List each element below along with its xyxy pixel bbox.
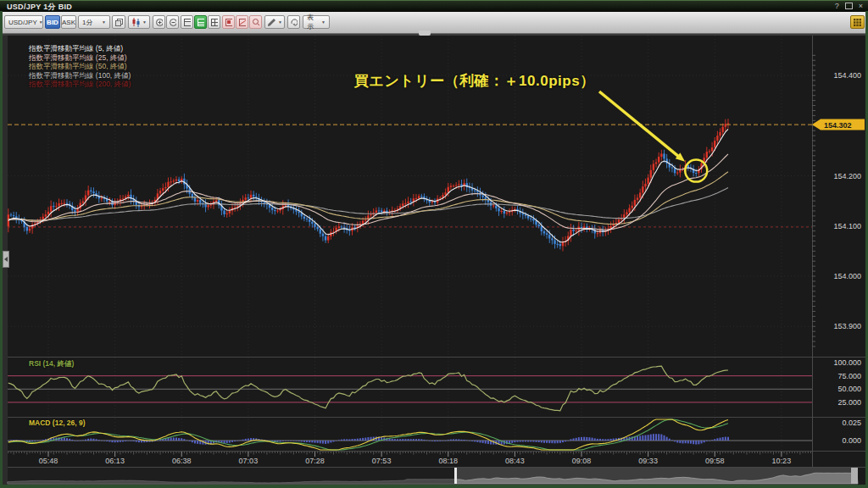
chart-type-select[interactable]: ▼ — [128, 15, 150, 29]
refresh-button[interactable] — [287, 15, 300, 29]
layout-split-button[interactable] — [194, 15, 207, 29]
bid-button[interactable]: BID — [45, 15, 60, 29]
window-border-left — [0, 11, 3, 488]
order-search-icon — [252, 18, 259, 27]
chevron-down-icon: ▼ — [102, 19, 106, 25]
help-button[interactable]: ? — [835, 1, 839, 12]
display-menu-button[interactable]: 表示 ▼ — [303, 15, 330, 29]
interval-select[interactable]: 1分 ▼ — [78, 15, 110, 29]
macd-label: MACD (12, 26, 9) — [29, 419, 86, 427]
symbol-select-value: USD/JPY — [8, 19, 37, 26]
chevron-down-icon: ▼ — [142, 19, 147, 25]
time-axis[interactable] — [8, 452, 812, 467]
macd-pane[interactable] — [8, 418, 812, 451]
window-grid-button[interactable] — [850, 15, 865, 29]
restore-button[interactable] — [845, 0, 853, 13]
order-search-button[interactable] — [249, 15, 262, 29]
order-line-button[interactable] — [236, 15, 248, 29]
toolbar: USD/JPY ▼ BID ASK 1分 ▼ ▼ — [0, 12, 868, 34]
zoom-out-button[interactable] — [166, 15, 179, 29]
window-controls: ? × — [835, 1, 863, 12]
interval-select-value: 1分 — [82, 18, 92, 27]
display-menu-label: 表示 — [307, 13, 320, 31]
layout-split-icon — [197, 18, 204, 27]
draw-tool-select[interactable]: ▼ — [264, 15, 285, 29]
symbol-select[interactable]: USD/JPY ▼ — [4, 15, 43, 29]
layout-grid-icon — [210, 18, 218, 27]
close-button[interactable]: × — [859, 1, 863, 12]
zoom-in-button[interactable] — [153, 15, 165, 29]
order-marker-icon — [225, 18, 232, 27]
rsi-pane[interactable] — [8, 358, 812, 417]
legend-item: 指数平滑移動平均線 (100, 終値) — [29, 71, 131, 80]
layout-single-icon — [183, 18, 191, 27]
compare-chart-button[interactable] — [112, 15, 125, 29]
title-bar: USD/JPY 1分 BID ? × — [0, 0, 868, 12]
navigator-scrollbar[interactable] — [8, 468, 858, 484]
layout-single-button[interactable] — [181, 15, 193, 29]
indicator-legend: 指数平滑移動平均線 (5, 終値)指数平滑移動平均線 (25, 終値)指数平滑移… — [29, 44, 131, 89]
layout-grid-button[interactable] — [208, 15, 220, 29]
grid-dots-icon — [853, 18, 862, 27]
ask-button[interactable]: ASK — [61, 15, 76, 29]
legend-item: 指数平滑移動平均線 (200, 終値) — [29, 80, 131, 89]
legend-item: 指数平滑移動平均線 (25, 終値) — [29, 53, 131, 63]
legend-item: 指数平滑移動平均線 (5, 終値) — [29, 44, 131, 53]
price-axis[interactable] — [812, 36, 865, 451]
compare-icon — [114, 18, 123, 27]
chevron-down-icon: ▼ — [39, 19, 43, 25]
order-marker-button[interactable] — [222, 15, 235, 29]
refresh-icon — [290, 18, 298, 27]
order-line-icon — [238, 18, 246, 27]
candlestick-icon — [131, 17, 141, 27]
legend-item: 指数平滑移動平均線 (50, 終値) — [29, 62, 131, 71]
rsi-label: RSI (14, 終値) — [29, 359, 74, 369]
trade-annotation: 買エントリー（利確：＋10.0pips） — [354, 71, 595, 91]
zoom-in-icon — [155, 18, 163, 27]
window-border-bottom — [0, 485, 868, 488]
restore-icon — [845, 3, 853, 9]
pencil-icon — [267, 18, 276, 27]
chevron-down-icon: ▼ — [278, 19, 282, 25]
zoom-out-icon — [169, 18, 176, 27]
chevron-down-icon: ▼ — [321, 19, 326, 25]
